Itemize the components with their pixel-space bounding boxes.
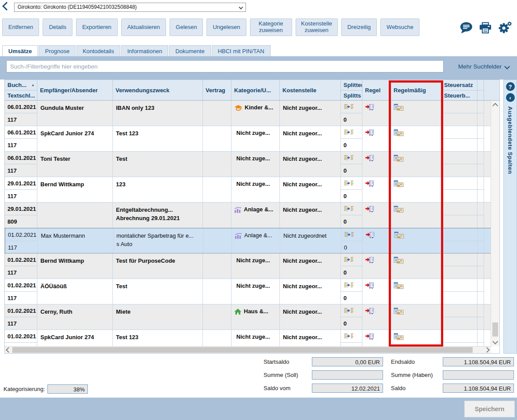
- cell-recurring[interactable]: [391, 152, 441, 177]
- tab-prognose[interactable]: Prognose: [39, 45, 76, 57]
- recurring-icon[interactable]: [394, 284, 404, 290]
- recurring-icon[interactable]: [394, 156, 404, 163]
- cell-rule[interactable]: [362, 126, 391, 151]
- collapse-left-icon[interactable]: ‹: [506, 93, 515, 102]
- help-icon[interactable]: ?: [506, 82, 515, 91]
- recurring-icon[interactable]: [394, 105, 404, 112]
- horizontal-scrollbar-thumb[interactable]: [12, 347, 473, 353]
- rule-icon[interactable]: [365, 233, 375, 240]
- table-row[interactable]: 01.02.2021 117 ÄÖÜäöüß Test Nicht zuge..…: [5, 279, 499, 304]
- table-row[interactable]: 01.02.2021 117 Bernd Wittkamp Test für P…: [5, 253, 499, 279]
- cell-rule[interactable]: [362, 253, 391, 279]
- cell-splitten[interactable]: 0: [341, 279, 362, 304]
- rule-icon[interactable]: [365, 131, 374, 138]
- cell-splitten[interactable]: 0: [341, 152, 362, 177]
- toolbar-button-entfernen[interactable]: Entfernen: [2, 18, 39, 36]
- column-header-splitten[interactable]: Splitten Splitts: [341, 80, 362, 100]
- column-header-verwendungszweck[interactable]: Verwendungszweck: [113, 80, 203, 100]
- rule-icon[interactable]: [365, 258, 374, 265]
- table-row[interactable]: 06.01.2021 117 Gundula Muster IBAN only …: [5, 101, 499, 126]
- cell-rule[interactable]: [362, 279, 391, 304]
- cell-splitten[interactable]: 0: [341, 253, 362, 279]
- vertical-scrollbar[interactable]: [491, 101, 499, 346]
- more-search-fields[interactable]: Mehr Suchfelder: [458, 63, 509, 70]
- tab-hbci-mit-pin-tan[interactable]: HBCI mit PIN/TAN: [212, 45, 271, 57]
- cell-recurring[interactable]: [391, 177, 441, 202]
- toolbar-button-dreizeilig[interactable]: Dreizeilig: [341, 18, 377, 36]
- rule-icon[interactable]: [365, 207, 374, 214]
- rule-icon[interactable]: [365, 284, 374, 290]
- column-header-kategorie[interactable]: Kategorie/U...: [231, 80, 280, 100]
- table-row[interactable]: 29.01.2021 809 Entgeltabrechnung...Abrec…: [5, 203, 499, 228]
- cell-rule[interactable]: [362, 203, 391, 228]
- column-header-steuersatz[interactable]: Steuersatz Steuerb...: [441, 80, 477, 100]
- toolbar-button-kostenstelle-zuweisen[interactable]: Kostenstelle zuweisen: [296, 18, 338, 36]
- scroll-left-icon[interactable]: [5, 347, 12, 353]
- cell-recurring[interactable]: [391, 253, 441, 279]
- recurring-icon[interactable]: [394, 131, 404, 138]
- recurring-icon[interactable]: [394, 233, 404, 240]
- table-row[interactable]: 06.01.2021 117 SpkCard Junior 274 Test 1…: [5, 126, 499, 152]
- table-row[interactable]: 01.02.2021 117 Max Mustermann montaliche…: [5, 228, 499, 253]
- scroll-down-icon[interactable]: [491, 337, 499, 345]
- toolbar-button-kategorie-zuweisen[interactable]: Kategorie zuweisen: [250, 18, 292, 36]
- cell-recurring[interactable]: [391, 279, 441, 304]
- recurring-icon[interactable]: [394, 258, 404, 265]
- toolbar-button-ungelesen[interactable]: Ungelesen: [206, 18, 246, 36]
- search-input[interactable]: [6, 60, 444, 72]
- cell-splitten[interactable]: 0: [341, 177, 362, 202]
- scroll-up-icon[interactable]: [491, 101, 499, 109]
- toolbar-button-details[interactable]: Details: [43, 18, 72, 36]
- cell-recurring[interactable]: [391, 101, 441, 126]
- rule-icon[interactable]: [365, 156, 374, 163]
- tab-kontodetails[interactable]: Kontodetails: [76, 45, 120, 57]
- scroll-right-icon[interactable]: [483, 347, 490, 353]
- cell-rule[interactable]: [362, 101, 391, 126]
- settings-gear-icon[interactable]: [498, 21, 512, 34]
- toolbar-button-gelesen[interactable]: Gelesen: [170, 18, 203, 36]
- table-row[interactable]: 06.01.2021 117 Toni Tester Test Nicht zu…: [5, 152, 499, 177]
- column-header-buchung[interactable]: Buch...▲ Textschl...: [5, 80, 37, 100]
- cell-splitten[interactable]: 0: [341, 203, 362, 228]
- rule-icon[interactable]: [365, 182, 374, 188]
- vertical-scrollbar-thumb[interactable]: [492, 322, 498, 337]
- cell-rule[interactable]: [362, 304, 391, 329]
- rule-icon[interactable]: [365, 309, 374, 316]
- cell-splitten[interactable]: 0: [341, 126, 362, 151]
- back-icon[interactable]: [4, 3, 10, 11]
- tab-umsätze[interactable]: Umsätze: [2, 45, 38, 57]
- cell-splitten[interactable]: 0: [341, 228, 363, 253]
- hidden-columns-sidebar[interactable]: ? ‹ Ausgeblendete Spalten: [503, 80, 517, 354]
- table-row[interactable]: 29.01.2021 117 Bernd Wittkamp 123 Nicht …: [5, 177, 499, 203]
- printer-icon[interactable]: [479, 22, 492, 34]
- recurring-icon[interactable]: [394, 182, 404, 188]
- tab-informationen[interactable]: Informationen: [121, 45, 169, 57]
- comment-icon[interactable]: [459, 22, 473, 34]
- toolbar-button-exportieren[interactable]: Exportieren: [76, 18, 117, 36]
- cell-rule[interactable]: [363, 228, 391, 253]
- account-selector[interactable]: Girokonto: Girokonto (DE1194059421003250…: [14, 3, 246, 12]
- cell-rule[interactable]: [362, 152, 391, 177]
- column-header-kostenstelle[interactable]: Kostenstelle: [280, 80, 341, 100]
- column-header-regel[interactable]: Regel: [362, 80, 391, 100]
- toolbar-button-aktualisieren[interactable]: Aktualisieren: [121, 18, 166, 36]
- recurring-icon[interactable]: [394, 207, 404, 214]
- sort-asc-icon[interactable]: ▲: [31, 83, 35, 87]
- toolbar-button-websuche[interactable]: Websuche: [380, 18, 419, 36]
- cell-rule[interactable]: [362, 177, 391, 202]
- rule-icon[interactable]: [365, 105, 374, 112]
- column-header-regelmaessig[interactable]: Regelmäßig: [391, 80, 441, 100]
- cell-recurring[interactable]: [391, 228, 442, 253]
- table-row[interactable]: 01.02.2021 117 Cerny, Ruth Miete Haus &.…: [5, 304, 499, 330]
- recurring-icon[interactable]: [394, 335, 404, 341]
- column-header-empfaenger[interactable]: Empfänger/Absender: [37, 80, 113, 100]
- tab-dokumente[interactable]: Dokumente: [169, 45, 210, 57]
- cell-recurring[interactable]: [391, 126, 441, 151]
- cell-splitten[interactable]: 0: [341, 101, 362, 126]
- horizontal-scrollbar[interactable]: [5, 346, 491, 353]
- rule-icon[interactable]: [365, 335, 374, 341]
- save-button[interactable]: Speichern: [464, 401, 515, 417]
- cell-recurring[interactable]: [391, 304, 441, 329]
- column-header-vertrag[interactable]: Vertrag: [203, 80, 231, 100]
- cell-recurring[interactable]: [391, 203, 441, 228]
